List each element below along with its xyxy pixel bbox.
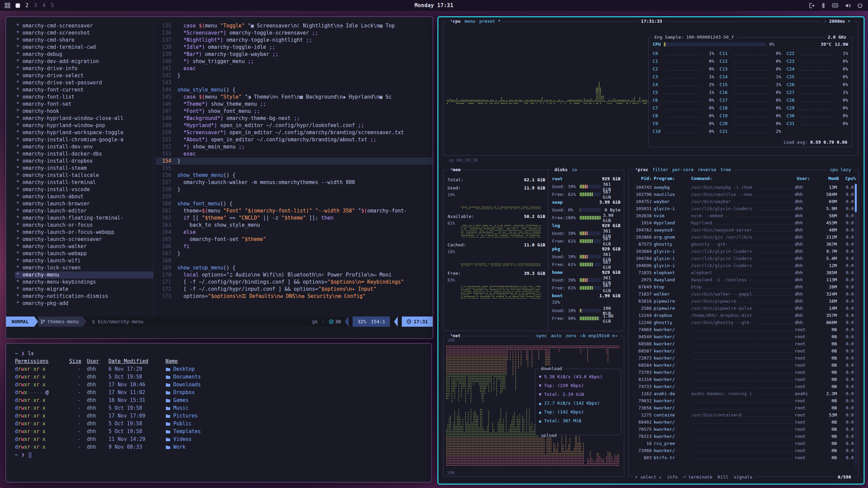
process-row[interactable]: 74869 kworker/ root 0B 0.0 [632, 326, 854, 333]
interval-decrease-button[interactable]: - [824, 19, 826, 24]
select-action[interactable]: ↑ select ↓ [635, 474, 662, 480]
power-icon[interactable] [857, 3, 863, 8]
file-list-item[interactable]: * omarchy-launch-screensaver [15, 236, 153, 243]
process-row[interactable]: 1914 Hyprland Hyprland dhh 453M 0.0 [632, 219, 854, 226]
workspace-1-active[interactable] [16, 3, 20, 8]
header-user[interactable]: User: [797, 176, 817, 181]
file-list-item[interactable]: * omarchy-font-current [15, 86, 153, 94]
io-mode-button[interactable]: io [572, 167, 577, 172]
file-list-item[interactable]: * omarchy-hyprland-window-close-all [15, 115, 153, 122]
process-row[interactable]: 12246 ghostty /usr/bin/ghostty --gtk- dh… [632, 319, 854, 326]
process-row[interactable]: 104762 swayosd- /usr/bin/swayosd-server … [632, 226, 854, 233]
file-list-item[interactable]: * omarchy-install-vscode [15, 186, 153, 193]
process-row[interactable]: 68584 kworker/ root 0B 0.0 [632, 362, 854, 369]
process-row[interactable]: 68402 kworker/ root 0B 0.0 [632, 419, 854, 426]
file-list-item[interactable]: * omarchy-drive-set-password [15, 79, 153, 86]
process-row[interactable]: 73703 kworker/ root 0B 0.0 [632, 369, 854, 376]
interval-increase-button[interactable]: + [848, 19, 850, 24]
file-list-item[interactable]: * omarchy-font-list [15, 94, 153, 101]
file-list-item[interactable]: * omarchy-drive-info [15, 65, 153, 72]
process-row[interactable]: 104784 glycin-i /usr/lib/glycin-loaders … [632, 255, 854, 262]
logout-icon[interactable] [809, 3, 814, 8]
file-list-item[interactable]: * omarchy-launch-walker [15, 243, 153, 250]
file-list-item[interactable]: * omarchy-hyprland-window-pop [15, 122, 153, 129]
workspace-5[interactable]: 5 [51, 2, 54, 8]
process-row[interactable]: 87573 ghostty ghostty --gtk- dhh 367M 0.… [632, 241, 854, 248]
reverse-button[interactable]: reverse [698, 167, 716, 172]
clock[interactable]: Monday 17:31 [415, 2, 453, 8]
net-zero-button[interactable]: zero [566, 333, 576, 338]
file-list-item[interactable]: * omarchy-cmd-screenshot [15, 29, 153, 37]
process-row[interactable]: 2075 Xwayland Xwayland :1 -rootless - dh… [632, 276, 854, 283]
volume-icon[interactable] [845, 3, 851, 8]
net-interface-selector[interactable]: ←b enp191s0 n→ [580, 333, 617, 338]
file-list-item[interactable]: * omarchy-install-chromium-google-a [15, 136, 153, 143]
process-row[interactable]: 94540 kworker/ root 0B 0.0 [632, 333, 854, 340]
file-list-item[interactable]: * omarchy-migrate [15, 286, 153, 293]
process-row[interactable]: 87649 btop btop dhh 26M 0.0 [632, 283, 854, 290]
header-command[interactable]: Command: [691, 176, 795, 181]
process-row[interactable]: 63816 pipewire /usr/bin/pipewire dhh 16M… [632, 298, 854, 305]
file-list-item[interactable]: * omarchy-font-set [15, 101, 153, 108]
process-row[interactable]: 79032 kworker/ root 0B 0.0 [632, 397, 854, 404]
file-list-item[interactable]: * omarchy-install-tailscale [15, 172, 153, 179]
net-auto-button[interactable]: auto [551, 333, 561, 338]
file-list-item[interactable]: * omarchy-launch-browser [15, 200, 153, 207]
file-list-item[interactable]: * omarchy-lock-screen [15, 264, 153, 271]
process-row[interactable]: 104743 swaybg /usr/bin/swaybg -i /hom dh… [632, 184, 854, 191]
file-list-item[interactable]: * omarchy-install-terminal [15, 179, 153, 186]
process-row[interactable]: 1275 containe /usr/bin/containerd root 5… [632, 411, 854, 419]
workspace-2[interactable]: 2 [25, 2, 28, 8]
process-row[interactable]: 1162 avahi-da avahi-daemon: running [ av… [632, 390, 854, 397]
kill-action[interactable]: Kill [718, 474, 728, 480]
file-list-item[interactable]: * omarchy-launch-wifi [15, 257, 153, 264]
preset-button[interactable]: preset * [479, 19, 501, 24]
apps-grid-icon[interactable] [5, 3, 10, 8]
process-row[interactable]: 72073 kworker/ root 0B 0.0 [632, 354, 854, 362]
file-list-item[interactable]: * omarchy-menu-keybindings [15, 279, 153, 286]
net-sync-button[interactable]: sync [536, 333, 547, 338]
process-row[interactable]: 102866 org.gnom /usr/bin/gjs /usr/lib/o … [632, 233, 854, 241]
file-list-item[interactable]: * omarchy-launch-about [15, 193, 153, 200]
process-row[interactable]: 2586 pipewire /usr/bin/pipewire-pulse dh… [632, 305, 854, 312]
process-row[interactable]: 102796 nautilus /usr/bin/nautilus --new … [632, 191, 854, 198]
file-list-item[interactable]: * omarchy-cmd-screensaver [15, 22, 153, 29]
process-row[interactable]: 81310 kworker/ root 0B 0.0 [632, 376, 854, 383]
header-mem[interactable]: MemB [819, 176, 839, 181]
process-row[interactable]: 12244 dropbox /home/dhh/.dropbox-dist dh… [632, 312, 854, 319]
file-list-item[interactable]: * omarchy-launch-or-focus [15, 222, 153, 229]
menu-button[interactable]: menu [465, 19, 475, 24]
header-pid[interactable]: Pid: [632, 176, 652, 181]
file-list-item[interactable]: * omarchy-install-dev-env [15, 143, 153, 150]
process-row[interactable]: 72088 kworker/ root 0B 0.0 [632, 447, 854, 454]
shell-prompt-line[interactable]: ~ ❯ [15, 451, 422, 459]
file-list-item[interactable]: * omarchy-install-dropbox [15, 158, 153, 165]
workspace-3[interactable]: 3 [34, 2, 37, 8]
file-list-item[interactable]: * omarchy-install-docker-dbs [15, 150, 153, 158]
process-row[interactable]: 71837 walker /usr/bin/walker --gappl dhh… [632, 290, 854, 298]
sort-selector[interactable]: cpu lazy [827, 167, 854, 172]
process-row[interactable]: 68586 kworker/ root 0B 0.0 [632, 340, 854, 347]
process-row[interactable]: 73656 kworker/ root 0B 0.0 [632, 404, 854, 411]
file-list-item[interactable]: * omarchy-launch-or-focus-webapp [15, 229, 153, 236]
process-row[interactable]: 76313 kworker/ root 0B 0.0 [632, 433, 854, 440]
header-program[interactable]: Program: [654, 176, 689, 181]
bluetooth-icon[interactable] [821, 3, 825, 8]
process-row[interactable]: 104696 glycin-i /usr/lib/glycin-loaders … [632, 262, 854, 269]
process-scrollbar[interactable] [855, 184, 857, 467]
per-core-button[interactable]: per-core [672, 167, 694, 172]
process-row[interactable]: 68587 kworker/ root 0B 0.0 [632, 347, 854, 354]
signals-action[interactable]: signals [734, 474, 752, 480]
header-cpu[interactable]: Cpu% [841, 176, 856, 181]
file-list-item[interactable]: * omarchy-drive-select [15, 72, 153, 79]
workspace-4[interactable]: 4 [42, 2, 45, 8]
file-list-item[interactable]: * omarchy-hyprland-workspace-toggle [15, 129, 153, 136]
process-row[interactable]: 16 rcu_pree root 0B 0.0 [632, 440, 854, 447]
file-list-item[interactable]: * omarchy-debug [15, 51, 153, 58]
filter-button[interactable]: filter [652, 167, 668, 172]
process-row[interactable]: 105031 glycin-i /usr/lib/glycin-loaders … [632, 205, 854, 212]
process-row[interactable]: 76575 kworker/ root 0B 0.0 [632, 426, 854, 433]
file-list-item[interactable]: * omarchy-hook [15, 108, 153, 115]
file-list-item[interactable]: * omarchy-launch-editor [15, 207, 153, 215]
process-row[interactable]: 104752 waybar /usr/bin/waybar dhh 69M 0.… [632, 198, 854, 205]
